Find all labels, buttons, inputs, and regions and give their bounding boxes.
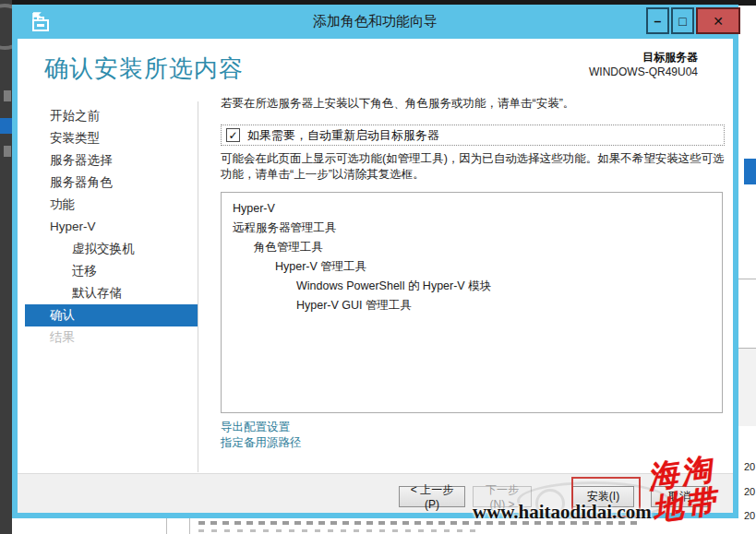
nav-step-default-stores[interactable]: 默认存储 [25,282,198,304]
tree-item: Windows PowerShell 的 Hyper-V 模块 [222,277,722,296]
background-date-fragment: 20 [744,461,756,472]
intro-text: 若要在所选服务器上安装以下角色、角色服务或功能，请单击“安装”。 [221,96,725,112]
restart-checkbox[interactable]: ✓ [226,128,240,142]
restart-checkbox-label[interactable]: 如果需要，自动重新启动目标服务器 [247,127,439,144]
nav-step-virtual-switches[interactable]: 虚拟交换机 [25,238,198,260]
nav-step-migration[interactable]: 迁移 [25,260,198,282]
background-panel-fragment [738,349,756,426]
cancel-button[interactable]: 取消 [651,486,708,507]
checkbox-checkmark: ✓ [228,129,237,142]
confirmation-content: 若要在所选服务器上安装以下角色、角色服务或功能，请单击“安装”。 ✓ 如果需要，… [221,96,725,112]
previous-button[interactable]: < 上一步(P) [399,486,465,507]
nav-step-results: 结果 [25,326,198,349]
optional-features-note: 可能会在此页面上显示可选功能(如管理工具)，因为已自动选择这些功能。如果不希望安… [221,151,725,183]
nav-step-server-selection[interactable]: 服务器选择 [25,149,198,172]
background-column-line [189,518,190,534]
tree-item: Hyper-V 管理工具 [222,257,722,277]
background-selected-row-fragment [744,159,756,184]
add-roles-wizard-dialog: 添加角色和功能向导 – □ ✕ 确认安装所选内容 目标服务器 WINDOWS-Q… [12,5,738,518]
background-logo-ring [0,4,12,50]
background-left-strip [0,0,12,534]
background-date-fragment: 20 [744,486,756,497]
restart-checkbox-row[interactable]: ✓ 如果需要，自动重新启动目标服务器 [221,125,725,146]
screen: 日 20 20 20 添加角色和功能向导 – □ ✕ 确认安装所选内容 目标服务… [0,0,756,534]
install-button[interactable]: 安装(I) [572,486,634,507]
background-selected-nav-fragment [0,118,12,134]
background-divider [738,279,756,279]
background-column-line [166,518,167,534]
target-server-name: WINDOWS-QR49U04 [589,65,698,78]
nav-step-server-roles[interactable]: 服务器角色 [25,172,198,194]
wizard-step-nav: 开始之前 安装类型 服务器选择 服务器角色 功能 Hyper-V 虚拟交换机 迁… [25,105,198,349]
nav-step-installation-type[interactable]: 安装类型 [25,127,198,149]
next-button: 下一步(N) > [473,486,532,507]
close-button[interactable]: ✕ [696,7,740,34]
nav-step-before-you-begin[interactable]: 开始之前 [25,105,198,127]
minimize-button[interactable]: – [646,7,669,34]
maximize-button[interactable]: □ [671,7,694,34]
sidebar-separator [198,101,198,472]
nav-step-confirmation[interactable]: 确认 [25,304,198,326]
tree-item: 角色管理工具 [222,238,722,257]
tree-item: 远程服务器管理工具 [222,219,722,238]
dialog-body: 确认安装所选内容 目标服务器 WINDOWS-QR49U04 开始之前 安装类型… [18,39,733,513]
background-text-fragment [4,146,11,157]
nav-step-features[interactable]: 功能 [25,194,198,216]
button-bar: < 上一步(P) 下一步(N) > 安装(I) 取消 [18,474,733,513]
titlebar[interactable]: 添加角色和功能向导 – □ ✕ [12,5,738,39]
window-title: 添加角色和功能向导 [12,13,738,30]
background-table-row-fragment [198,529,475,532]
nav-step-hyper-v[interactable]: Hyper-V [25,216,198,238]
background-text-fragment [4,90,11,101]
target-server-block: 目标服务器 WINDOWS-QR49U04 [589,50,698,78]
specify-alternate-source-path-link[interactable]: 指定备用源路径 [221,435,302,451]
tree-item: Hyper-V GUI 管理工具 [222,296,722,315]
footer-links: 导出配置设置 指定备用源路径 [221,420,302,451]
selected-items-tree[interactable]: Hyper-V 远程服务器管理工具 角色管理工具 Hyper-V 管理工具 Wi… [221,192,723,413]
page-title: 确认安装所选内容 [44,53,244,85]
export-configuration-link[interactable]: 导出配置设置 [221,420,302,435]
tree-item: Hyper-V [222,199,722,219]
background-table-row-fragment [198,521,642,525]
target-server-label: 目标服务器 [589,50,698,65]
background-date-fragment: 20 [744,510,756,521]
